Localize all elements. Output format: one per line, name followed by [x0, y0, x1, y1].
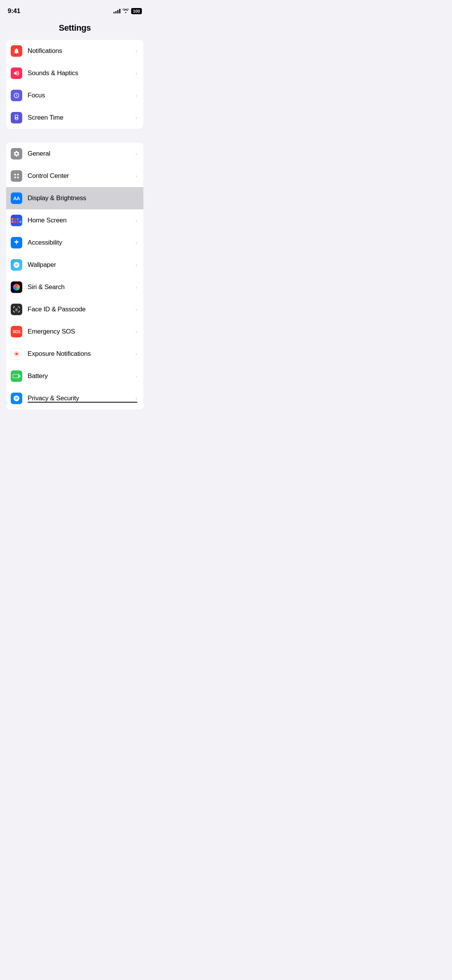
svg-point-1 — [17, 174, 19, 176]
privacy-icon — [11, 393, 22, 404]
focus-chevron: › — [135, 92, 137, 99]
privacy-chevron: › — [135, 395, 137, 401]
wallpaper-icon — [11, 259, 22, 271]
siri-icon — [11, 281, 22, 293]
signal-bars-icon — [113, 9, 120, 13]
svg-rect-10 — [13, 375, 18, 378]
status-bar: 9:41 100 — [0, 0, 150, 19]
accessibility-icon — [11, 237, 22, 248]
strikethrough-line — [28, 402, 137, 403]
settings-row-screentime[interactable]: Screen Time › — [6, 107, 143, 129]
settings-row-siri[interactable]: Siri & Search › — [6, 276, 143, 298]
settings-row-displaybrightness[interactable]: AA Display & Brightness › — [6, 187, 143, 209]
controlcenter-chevron: › — [135, 173, 137, 179]
sounds-label: Sounds & Haptics — [28, 69, 135, 77]
battery-label: Battery — [28, 372, 135, 380]
svg-point-5 — [15, 353, 18, 355]
siri-chevron: › — [135, 284, 137, 290]
svg-point-0 — [14, 174, 16, 176]
sounds-chevron: › — [135, 70, 137, 76]
battery-chevron: › — [135, 373, 137, 379]
settings-row-homescreen[interactable]: Home Screen › — [6, 209, 143, 232]
homescreen-label: Home Screen — [28, 217, 135, 224]
sos-icon: SOS — [11, 326, 22, 337]
general-label: General — [28, 150, 135, 158]
settings-section-1: Notifications › Sounds & Haptics › Focus… — [6, 40, 143, 129]
siri-label: Siri & Search — [28, 283, 135, 291]
general-chevron: › — [135, 151, 137, 157]
accessibility-chevron: › — [135, 240, 137, 246]
homescreen-icon — [11, 215, 22, 226]
settings-row-notifications[interactable]: Notifications › — [6, 40, 143, 62]
faceid-icon — [11, 304, 22, 315]
focus-icon — [11, 90, 22, 101]
settings-row-battery[interactable]: Battery › — [6, 365, 143, 387]
notifications-label: Notifications — [28, 47, 135, 55]
settings-section-2: General › Control Center › AA Display & … — [6, 143, 143, 409]
notifications-icon — [11, 45, 22, 57]
displaybrightness-label: Display & Brightness — [28, 194, 135, 202]
screentime-chevron: › — [135, 115, 137, 121]
screentime-label: Screen Time — [28, 114, 135, 122]
settings-row-privacy[interactable]: Privacy & Security › — [6, 387, 143, 409]
exposure-icon — [11, 348, 22, 360]
wifi-icon — [123, 8, 129, 14]
status-time: 9:41 — [8, 7, 20, 15]
settings-row-exposure[interactable]: Exposure Notifications › — [6, 343, 143, 365]
status-icons: 100 — [113, 8, 142, 14]
settings-row-faceid[interactable]: Face ID & Passcode › — [6, 298, 143, 321]
exposure-chevron: › — [135, 351, 137, 357]
sos-text-icon: SOS — [13, 330, 20, 334]
privacy-label: Privacy & Security — [28, 395, 135, 402]
sos-label: Emergency SOS — [28, 328, 135, 335]
notifications-chevron: › — [135, 48, 137, 54]
controlcenter-icon — [11, 170, 22, 182]
battery-level: 100 — [133, 9, 140, 13]
settings-row-wallpaper[interactable]: Wallpaper › — [6, 254, 143, 276]
focus-label: Focus — [28, 92, 135, 99]
svg-point-2 — [14, 177, 16, 179]
page-title: Settings — [0, 19, 150, 40]
svg-rect-9 — [20, 375, 20, 377]
homescreen-chevron: › — [135, 217, 137, 224]
controlcenter-label: Control Center — [28, 172, 135, 180]
wallpaper-label: Wallpaper — [28, 261, 135, 269]
sos-chevron: › — [135, 329, 137, 335]
settings-row-sos[interactable]: SOS Emergency SOS › — [6, 321, 143, 343]
settings-row-general[interactable]: General › — [6, 143, 143, 165]
faceid-label: Face ID & Passcode — [28, 306, 135, 313]
aa-text-icon: AA — [13, 196, 20, 201]
battery-status-icon: 100 — [131, 8, 142, 14]
svg-point-4 — [16, 240, 17, 241]
accessibility-label: Accessibility — [28, 239, 135, 247]
settings-row-controlcenter[interactable]: Control Center › — [6, 165, 143, 187]
settings-row-focus[interactable]: Focus › — [6, 84, 143, 107]
general-icon — [11, 148, 22, 159]
faceid-chevron: › — [135, 306, 137, 312]
settings-row-sounds[interactable]: Sounds & Haptics › — [6, 62, 143, 84]
sounds-icon — [11, 67, 22, 79]
svg-point-3 — [17, 177, 19, 179]
battery-icon — [11, 370, 22, 382]
displaybrightness-chevron: › — [135, 195, 137, 201]
displaybrightness-icon: AA — [11, 192, 22, 204]
screentime-icon — [11, 112, 22, 123]
wallpaper-chevron: › — [135, 262, 137, 268]
grid-dots-icon — [12, 218, 21, 223]
exposure-label: Exposure Notifications — [28, 350, 135, 358]
settings-row-accessibility[interactable]: Accessibility › — [6, 232, 143, 254]
siri-orb-icon — [13, 284, 20, 291]
